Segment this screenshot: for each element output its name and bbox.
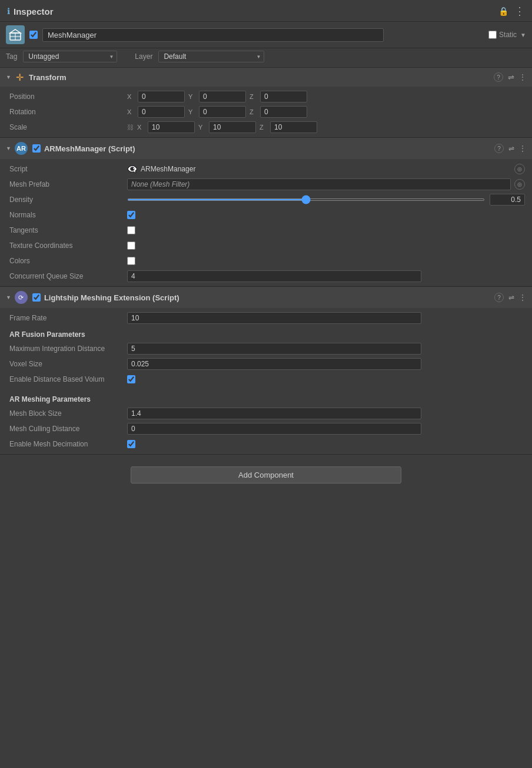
rotation-y-input[interactable] bbox=[199, 106, 246, 118]
rotation-xyz-group: X Y Z bbox=[127, 106, 525, 118]
lightship-enabled-checkbox[interactable] bbox=[32, 293, 41, 302]
position-y-input[interactable] bbox=[199, 91, 246, 102]
rotation-x-input[interactable] bbox=[138, 106, 185, 118]
ar-meshing-label: AR Meshing Parameters bbox=[0, 390, 532, 406]
lightship-menu-icon[interactable]: ⋮ bbox=[519, 293, 526, 302]
concurrent-queue-input[interactable] bbox=[127, 270, 421, 282]
tangents-row: Tangents bbox=[0, 223, 532, 238]
scale-z-label: Z bbox=[260, 124, 267, 131]
transform-menu-icon[interactable]: ⋮ bbox=[519, 73, 526, 81]
colors-checkbox[interactable] bbox=[127, 257, 135, 265]
mesh-block-size-input[interactable] bbox=[127, 408, 421, 419]
voxel-size-row: Voxel Size bbox=[0, 356, 532, 372]
static-dropdown-arrow[interactable]: ▼ bbox=[520, 32, 526, 38]
script-label: Script bbox=[9, 165, 127, 173]
mesh-culling-input[interactable] bbox=[127, 423, 421, 435]
enable-distance-checkbox[interactable] bbox=[127, 375, 135, 383]
tangents-checkbox[interactable] bbox=[127, 226, 135, 234]
prefab-select-btn[interactable]: ◎ bbox=[514, 179, 525, 190]
rotation-label: Rotation bbox=[9, 108, 127, 116]
lightship-section-actions: ? ⇌ ⋮ bbox=[494, 293, 526, 302]
ar-mesh-manager-section: ▼ AR ARMeshManager (Script) ? ⇌ ⋮ Script… bbox=[0, 138, 532, 287]
script-row: Script 👁‍🗨 ARMeshManager ◎ bbox=[0, 161, 532, 177]
inspector-title: Inspector bbox=[14, 6, 54, 16]
lightship-section: ▼ ⟳ Lightship Meshing Extension (Script)… bbox=[0, 287, 532, 455]
position-z-input[interactable] bbox=[260, 91, 307, 102]
transform-help-icon[interactable]: ? bbox=[494, 72, 503, 82]
add-component-button[interactable]: Add Component bbox=[131, 466, 401, 484]
lightship-settings-icon[interactable]: ⇌ bbox=[508, 293, 514, 302]
inspector-header: ℹ Inspector 🔒 ⋮ bbox=[0, 0, 532, 22]
density-slider-row bbox=[127, 194, 525, 206]
add-component-wrap: Add Component bbox=[0, 455, 532, 495]
max-integration-input[interactable] bbox=[127, 343, 421, 355]
frame-rate-input[interactable] bbox=[127, 312, 421, 324]
transform-section-body: Position X Y Z Rotation X Y Z bbox=[0, 87, 532, 137]
rotation-z-label: Z bbox=[250, 108, 257, 115]
script-select-btn[interactable]: ◎ bbox=[514, 164, 525, 174]
position-z-label: Z bbox=[250, 93, 257, 100]
scale-z-input[interactable] bbox=[270, 121, 317, 133]
mesh-block-size-label: Mesh Block Size bbox=[9, 409, 127, 418]
transform-collapse-triangle: ▼ bbox=[6, 74, 11, 80]
colors-row: Colors bbox=[0, 253, 532, 269]
tag-label: Tag bbox=[6, 52, 17, 61]
position-y-label: Y bbox=[188, 93, 195, 100]
lightship-icon: ⟳ bbox=[15, 291, 28, 304]
layer-select[interactable]: Default bbox=[158, 51, 264, 62]
scale-xyz-group: ⛓ X Y Z bbox=[127, 121, 525, 133]
lock-icon[interactable]: 🔒 bbox=[498, 6, 508, 16]
script-value: ARMeshManager bbox=[141, 165, 511, 173]
layer-select-wrapper: Default bbox=[158, 51, 264, 62]
rotation-z-input[interactable] bbox=[260, 106, 307, 118]
max-integration-row: Maximum Integration Distance bbox=[0, 341, 532, 356]
lightship-help-icon[interactable]: ? bbox=[494, 293, 504, 302]
scale-link-icon: ⛓ bbox=[127, 124, 134, 131]
scale-x-label: X bbox=[137, 124, 144, 131]
scale-y-input[interactable] bbox=[209, 121, 256, 133]
ar-mesh-manager-section-header[interactable]: ▼ AR ARMeshManager (Script) ? ⇌ ⋮ bbox=[0, 138, 532, 159]
enable-mesh-dec-label: Enable Mesh Decimation bbox=[9, 440, 127, 448]
frame-rate-row: Frame Rate bbox=[0, 310, 532, 326]
transform-section-header[interactable]: ▼ ✛ Transform ? ⇌ ⋮ bbox=[0, 68, 532, 87]
tag-select[interactable]: Untagged bbox=[23, 51, 117, 62]
script-small-icon: 👁‍🗨 bbox=[127, 164, 137, 174]
texture-coords-label: Texture Coordinates bbox=[9, 241, 127, 250]
density-slider[interactable] bbox=[127, 198, 485, 201]
position-x-input[interactable] bbox=[138, 91, 185, 102]
static-row: Static ▼ bbox=[488, 31, 526, 39]
object-active-checkbox[interactable] bbox=[29, 31, 38, 39]
menu-icon[interactable]: ⋮ bbox=[514, 5, 525, 18]
density-value-input[interactable] bbox=[490, 194, 525, 206]
texture-coords-checkbox[interactable] bbox=[127, 241, 135, 250]
ar-mesh-help-icon[interactable]: ? bbox=[494, 144, 504, 153]
tag-select-wrapper: Untagged bbox=[23, 51, 117, 62]
mesh-prefab-row: Mesh Prefab ◎ bbox=[0, 177, 532, 192]
position-row: Position X Y Z bbox=[0, 89, 532, 104]
static-checkbox[interactable] bbox=[488, 31, 497, 39]
lightship-section-body: Frame Rate AR Fusion Parameters Maximum … bbox=[0, 308, 532, 454]
object-name-input[interactable] bbox=[42, 28, 384, 42]
object-icon bbox=[6, 25, 25, 44]
lightship-section-header[interactable]: ▼ ⟳ Lightship Meshing Extension (Script)… bbox=[0, 287, 532, 308]
ar-fusion-label: AR Fusion Parameters bbox=[0, 326, 532, 341]
colors-label: Colors bbox=[9, 257, 127, 265]
transform-section: ▼ ✛ Transform ? ⇌ ⋮ Position X Y Z Rotat… bbox=[0, 68, 532, 138]
scale-x-input[interactable] bbox=[148, 121, 195, 133]
voxel-size-input[interactable] bbox=[127, 358, 421, 370]
mesh-culling-row: Mesh Culling Distance bbox=[0, 421, 532, 436]
ar-mesh-icon: AR bbox=[15, 142, 28, 155]
transform-settings-icon[interactable]: ⇌ bbox=[508, 73, 514, 82]
scale-row: Scale ⛓ X Y Z bbox=[0, 120, 532, 135]
normals-checkbox[interactable] bbox=[127, 211, 135, 219]
enable-mesh-dec-checkbox[interactable] bbox=[127, 440, 135, 448]
voxel-size-label: Voxel Size bbox=[9, 360, 127, 368]
position-label: Position bbox=[9, 92, 127, 101]
layer-label: Layer bbox=[135, 52, 152, 61]
ar-mesh-menu-icon[interactable]: ⋮ bbox=[519, 144, 526, 153]
mesh-prefab-input[interactable] bbox=[127, 178, 511, 190]
ar-mesh-enabled-checkbox[interactable] bbox=[32, 144, 41, 153]
ar-mesh-settings-icon[interactable]: ⇌ bbox=[508, 144, 514, 153]
rotation-row: Rotation X Y Z bbox=[0, 104, 532, 120]
enable-distance-row: Enable Distance Based Volum bbox=[0, 372, 532, 387]
